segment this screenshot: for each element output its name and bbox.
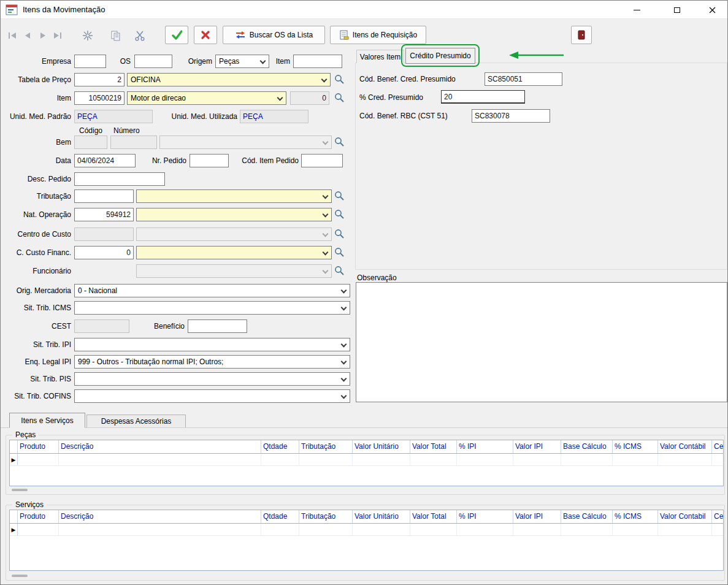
cod-benef-rbc-input[interactable]: [472, 109, 550, 123]
sit-trib-cofins-combo[interactable]: [74, 389, 350, 403]
sit-trib-icms-combo[interactable]: [74, 301, 350, 315]
pecas-hscrollbar[interactable]: [12, 489, 28, 492]
pecas-column-header[interactable]: Valor Contábil: [658, 440, 712, 453]
servicos-grid-cell[interactable]: [513, 524, 561, 535]
pecas-grid-cell[interactable]: [410, 454, 457, 465]
tributacao-code-input[interactable]: [74, 189, 134, 203]
pecas-column-header[interactable]: Tributação: [299, 440, 353, 453]
pecas-grid-cell[interactable]: [712, 454, 723, 465]
cod-item-pedido-input[interactable]: [301, 154, 343, 167]
pecas-column-header[interactable]: % ICMS: [613, 440, 658, 453]
servicos-grid-cell[interactable]: [18, 524, 59, 535]
pecas-grid-cell[interactable]: [513, 454, 561, 465]
pecas-column-header[interactable]: Valor Unitário: [353, 440, 410, 453]
item-top-input[interactable]: [293, 55, 342, 68]
centro-custo-search-icon[interactable]: [334, 229, 345, 240]
servicos-grid-cell[interactable]: [59, 524, 261, 535]
pecas-column-header[interactable]: Qtdade: [261, 440, 299, 453]
pecas-column-header[interactable]: Descrição: [59, 440, 261, 453]
pecas-column-header[interactable]: Valor IPI: [513, 440, 561, 453]
enq-legal-ipi-combo[interactable]: 999 - Outros - Tributação normal IPI; Ou…: [74, 355, 350, 369]
origem-combo[interactable]: Peças: [215, 55, 269, 68]
close-button[interactable]: [698, 1, 726, 19]
next-record-button[interactable]: [36, 28, 50, 44]
recalculate-button[interactable]: [80, 28, 95, 44]
pecas-grid-cell[interactable]: [457, 454, 513, 465]
servicos-column-header[interactable]: Qtdade: [261, 510, 299, 523]
servicos-hscrollbar[interactable]: [12, 575, 28, 578]
tabela-preco-code-input[interactable]: [74, 73, 125, 86]
tab-credito-presumido[interactable]: Crédito Presumido: [405, 48, 475, 64]
scrollbar-thumb[interactable]: [12, 575, 28, 577]
pecas-grid-cell[interactable]: [261, 454, 299, 465]
servicos-grid-cell[interactable]: [353, 524, 410, 535]
servicos-column-header[interactable]: Ce: [712, 510, 723, 523]
servicos-grid-cell[interactable]: [410, 524, 457, 535]
tributacao-combo[interactable]: [136, 189, 332, 203]
servicos-column-header[interactable]: Valor Unitário: [353, 510, 410, 523]
first-record-button[interactable]: [6, 28, 20, 44]
empresa-input[interactable]: [74, 55, 106, 68]
confirm-button[interactable]: [165, 26, 188, 44]
tabela-preco-combo[interactable]: OFICINA: [127, 73, 331, 86]
servicos-column-header[interactable]: Tributação: [299, 510, 353, 523]
bem-search-icon[interactable]: [334, 137, 345, 148]
servicos-column-header[interactable]: % ICMS: [613, 510, 658, 523]
tabela-preco-search-icon[interactable]: [334, 74, 345, 85]
cancel-button[interactable]: [194, 26, 217, 44]
last-record-button[interactable]: [50, 28, 64, 44]
c-custo-financ-search-icon[interactable]: [334, 247, 345, 258]
orig-mercadoria-combo[interactable]: 0 - Nacional: [74, 284, 350, 297]
copy-document-button[interactable]: [109, 28, 123, 44]
servicos-grid-cell[interactable]: [299, 524, 353, 535]
tab-despesas-acessorias[interactable]: Despesas Acessórias: [86, 415, 186, 427]
servicos-column-header[interactable]: Produto: [18, 510, 59, 523]
pecas-grid-cell[interactable]: [613, 454, 658, 465]
c-custo-financ-code-input[interactable]: [74, 246, 134, 259]
servicos-grid-row[interactable]: ▶: [10, 524, 723, 536]
pecas-column-header[interactable]: Produto: [18, 440, 59, 453]
pecas-grid[interactable]: ProdutoDescriçãoQtdadeTributaçãoValor Un…: [9, 440, 724, 486]
servicos-grid[interactable]: ProdutoDescriçãoQtdadeTributaçãoValor Un…: [9, 510, 724, 571]
servicos-grid-cell[interactable]: [658, 524, 712, 535]
exit-button[interactable]: [571, 26, 592, 44]
os-input[interactable]: [134, 55, 172, 68]
minimize-button[interactable]: [623, 1, 651, 19]
nr-pedido-input[interactable]: [190, 154, 229, 167]
servicos-grid-cell[interactable]: [712, 524, 723, 535]
c-custo-financ-combo[interactable]: [136, 246, 332, 259]
sit-trib-pis-combo[interactable]: [74, 372, 350, 386]
pecas-grid-row[interactable]: ▶: [10, 454, 723, 466]
item-search-icon[interactable]: [334, 93, 345, 104]
funcionario-search-icon[interactable]: [334, 266, 345, 277]
servicos-column-header[interactable]: Base Cálculo: [561, 510, 613, 523]
desc-pedido-input[interactable]: [74, 172, 165, 186]
servicos-grid-cell[interactable]: [261, 524, 299, 535]
tab-itens-e-servicos[interactable]: Itens e Serviços: [9, 413, 85, 428]
pecas-column-header[interactable]: Base Cálculo: [561, 440, 613, 453]
pecas-grid-cell[interactable]: [59, 454, 261, 465]
beneficio-input[interactable]: [188, 319, 247, 333]
prior-record-button[interactable]: [20, 28, 35, 44]
nat-operacao-search-icon[interactable]: [334, 209, 345, 220]
maximize-button[interactable]: [663, 1, 691, 19]
nat-operacao-combo[interactable]: [136, 208, 332, 221]
servicos-grid-cell[interactable]: [613, 524, 658, 535]
sit-trib-ipi-combo[interactable]: [74, 338, 350, 351]
buscar-os-button[interactable]: Buscar OS da Lista: [223, 26, 325, 44]
pecas-grid-cell[interactable]: [658, 454, 712, 465]
pecas-grid-cell[interactable]: [353, 454, 410, 465]
itens-requisicao-button[interactable]: Itens de Requisição: [330, 26, 426, 44]
servicos-column-header[interactable]: Descrição: [59, 510, 261, 523]
cut-button[interactable]: [132, 28, 147, 44]
servicos-grid-cell[interactable]: [561, 524, 613, 535]
servicos-column-header[interactable]: Valor Total: [410, 510, 457, 523]
item-combo[interactable]: Motor de direcao: [127, 91, 286, 105]
pct-cred-input[interactable]: [441, 90, 525, 104]
pecas-grid-cell[interactable]: [299, 454, 353, 465]
servicos-column-header[interactable]: Valor IPI: [513, 510, 561, 523]
data-input[interactable]: [74, 154, 136, 167]
tributacao-search-icon[interactable]: [334, 191, 345, 202]
pecas-grid-cell[interactable]: [561, 454, 613, 465]
scrollbar-thumb[interactable]: [12, 489, 28, 491]
